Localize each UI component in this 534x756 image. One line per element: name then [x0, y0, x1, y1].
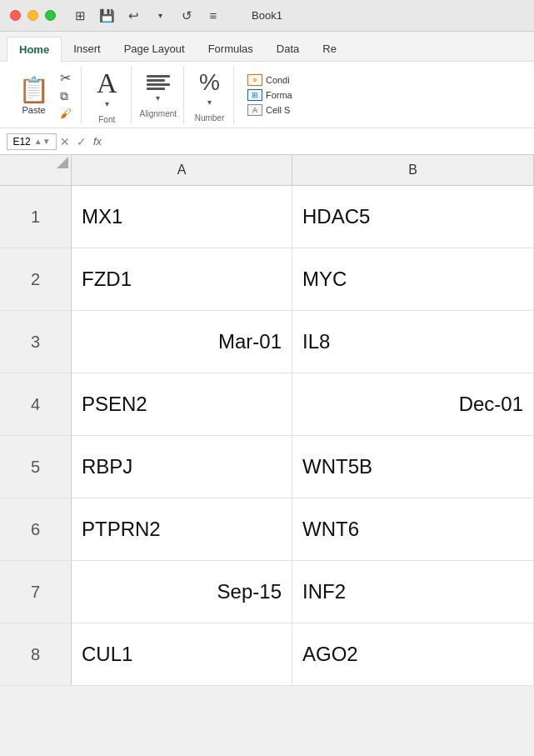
cell-r7-cb[interactable]: INF2 — [292, 561, 534, 623]
format-table-icon: ⊞ — [247, 89, 262, 101]
ribbon-tabs: Home Insert Page Layout Formulas Data Re — [0, 32, 534, 62]
alignment-dropdown-icon: ▾ — [156, 93, 160, 103]
row-header-2: 2 — [0, 248, 72, 310]
row-header-5: 5 — [0, 436, 72, 498]
alignment-group: ▾ Alignment — [133, 66, 184, 124]
spreadsheet: A B 1MX1HDAC52FZD1MYC3Mar-01IL84PSEN2Dec… — [0, 155, 534, 686]
undo-icon[interactable]: ↩ — [124, 7, 142, 25]
font-group-label: Font — [98, 115, 115, 124]
column-headers: A B — [0, 155, 534, 186]
cell-r2-cb[interactable]: MYC — [292, 248, 534, 310]
styles-group: ≡ Condi ⊞ Forma A Cell S — [236, 66, 304, 124]
cell-r8-cb[interactable]: AGO2 — [292, 623, 534, 685]
cell-r6-cb[interactable]: WNT6 — [292, 498, 534, 560]
formula-input[interactable] — [105, 133, 527, 149]
paste-button[interactable]: 📋 Paste — [13, 72, 54, 118]
paste-icon: 📋 — [18, 75, 49, 104]
title-bar: ⊞ 💾 ↩ ▾ ↺ ≡ Book1 — [0, 0, 534, 32]
alignment-group-content: ▾ — [140, 72, 177, 106]
cell-r2-ca[interactable]: FZD1 — [72, 248, 292, 310]
row-header-8: 8 — [0, 623, 72, 685]
row-header-6: 6 — [0, 498, 72, 560]
alignment-button[interactable]: ▾ — [140, 72, 177, 106]
tab-data[interactable]: Data — [265, 36, 311, 61]
table-row: 5RBPJWNT5B — [0, 436, 534, 498]
tab-re[interactable]: Re — [311, 36, 348, 61]
cut-button[interactable]: ✂ — [57, 69, 74, 87]
dropdown-icon[interactable]: ▾ — [151, 7, 169, 25]
font-group: A ▾ Font — [83, 66, 132, 124]
grid-icon[interactable]: ⊞ — [71, 7, 89, 25]
number-format-button[interactable]: % ▾ — [192, 68, 227, 110]
cell-r4-cb[interactable]: Dec-01 — [292, 373, 534, 435]
conditional-formatting-icon: ≡ — [247, 74, 262, 86]
format-painter-button[interactable]: 🖌 — [57, 106, 74, 121]
cell-r6-ca[interactable]: PTPRN2 — [72, 498, 292, 560]
cancel-formula-icon[interactable]: ✕ — [60, 135, 70, 148]
paste-group-content: 📋 Paste ✂ ⧉ 🖌 — [13, 69, 74, 121]
conditional-formatting-label: Condi — [266, 75, 290, 85]
table-row: 1MX1HDAC5 — [0, 186, 534, 248]
maximize-button[interactable] — [45, 10, 56, 21]
font-button[interactable]: A ▾ — [90, 66, 124, 112]
conditional-formatting-button[interactable]: ≡ Condi — [247, 74, 292, 86]
cell-r1-ca[interactable]: MX1 — [72, 186, 292, 248]
cell-styles-label: Cell S — [266, 105, 290, 115]
font-group-content: A ▾ — [90, 66, 124, 112]
table-row: 3Mar-01IL8 — [0, 311, 534, 373]
table-row: 8CUL1AGO2 — [0, 623, 534, 686]
font-icon: A — [97, 69, 117, 98]
row-header-4: 4 — [0, 373, 72, 435]
copy-button[interactable]: ⧉ — [57, 88, 74, 104]
toolbar-icons: ⊞ 💾 ↩ ▾ ↺ ≡ — [71, 7, 222, 25]
font-dropdown-icon: ▾ — [105, 99, 109, 108]
ribbon-toolbar: 📋 Paste ✂ ⧉ 🖌 A ▾ — [0, 62, 534, 128]
tab-insert[interactable]: Insert — [62, 36, 112, 61]
confirm-formula-icon[interactable]: ✓ — [77, 135, 87, 148]
cell-r3-ca[interactable]: Mar-01 — [72, 311, 292, 373]
formula-icons: ✕ ✓ — [60, 135, 87, 148]
cell-ref-value: E12 — [12, 136, 30, 148]
tab-home[interactable]: Home — [7, 37, 62, 62]
table-row: 4PSEN2Dec-01 — [0, 373, 534, 436]
alignment-group-label: Alignment — [140, 109, 177, 118]
table-row: 2FZD1MYC — [0, 248, 534, 311]
tab-page-layout[interactable]: Page Layout — [112, 36, 197, 61]
table-row: 6PTPRN2WNT6 — [0, 498, 534, 561]
column-header-a[interactable]: A — [72, 155, 292, 185]
cell-r8-ca[interactable]: CUL1 — [72, 623, 292, 685]
save-icon[interactable]: 💾 — [97, 7, 116, 25]
minimize-button[interactable] — [27, 10, 38, 21]
table-row: 7Sep-15INF2 — [0, 561, 534, 623]
paint-icon: 🖌 — [60, 107, 72, 120]
cell-r5-ca[interactable]: RBPJ — [72, 436, 292, 498]
cell-r4-ca[interactable]: PSEN2 — [72, 373, 292, 435]
styles-group-content: ≡ Condi ⊞ Forma A Cell S — [242, 74, 297, 116]
column-header-b[interactable]: B — [292, 155, 534, 185]
traffic-lights — [10, 10, 56, 21]
scissors-icon: ✂ — [60, 70, 71, 86]
format-as-table-label: Forma — [266, 90, 292, 100]
cell-r7-ca[interactable]: Sep-15 — [72, 561, 292, 623]
more-icon[interactable]: ≡ — [204, 7, 222, 25]
number-group-content: % ▾ — [192, 68, 227, 110]
paste-sub-icons: ✂ ⧉ 🖌 — [57, 69, 74, 121]
percent-icon: % — [199, 71, 220, 94]
align-lines-icon — [147, 75, 170, 90]
cell-r3-cb[interactable]: IL8 — [292, 311, 534, 373]
cell-reference-box[interactable]: E12 ▲▼ — [7, 133, 57, 150]
row-header-7: 7 — [0, 561, 72, 623]
paste-label: Paste — [22, 105, 45, 115]
cell-r5-cb[interactable]: WNT5B — [292, 436, 534, 498]
redo-icon[interactable]: ↺ — [177, 7, 196, 25]
copy-icon: ⧉ — [60, 89, 68, 103]
tab-formulas[interactable]: Formulas — [197, 36, 265, 61]
cell-ref-dropdown[interactable]: ▲▼ — [34, 137, 51, 146]
format-as-table-button[interactable]: ⊞ Forma — [247, 89, 292, 101]
cell-styles-button[interactable]: A Cell S — [247, 104, 292, 116]
window-title: Book1 — [252, 9, 282, 22]
close-button[interactable] — [10, 10, 21, 21]
corner-cell — [0, 155, 72, 185]
cell-styles-icon: A — [247, 104, 262, 116]
cell-r1-cb[interactable]: HDAC5 — [292, 186, 534, 248]
